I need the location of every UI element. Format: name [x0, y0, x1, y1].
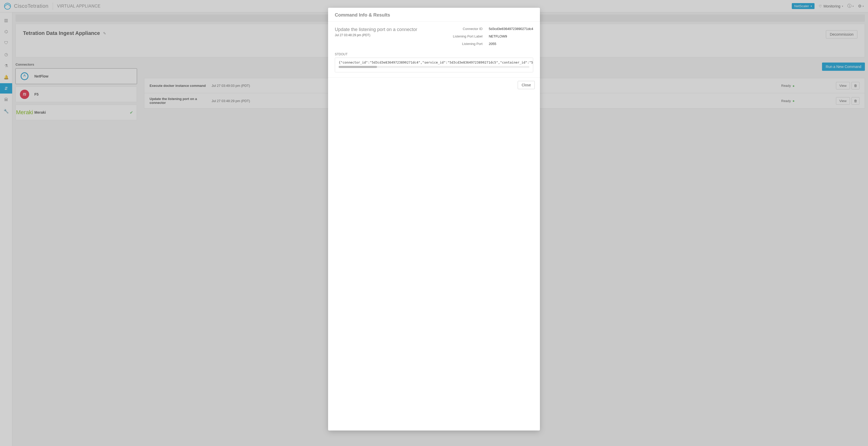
close-button[interactable]: Close	[518, 81, 535, 89]
modal-command-time: Jul 27 03:48:29 pm (PDT)	[335, 33, 442, 37]
kv-label: Listening Port Label	[453, 34, 483, 38]
kv-label: Connector ID	[453, 27, 483, 31]
modal-header: Command Info & Results	[328, 8, 540, 22]
modal-footer: Close	[328, 78, 540, 92]
modal-command-name: Update the listening port on a connector	[335, 27, 442, 32]
stdout-label: STDOUT	[335, 53, 533, 56]
kv-value: 5d3cd3e83649723890271dc4	[489, 27, 533, 31]
modal-overlay[interactable]: Command Info & Results Update the listen…	[0, 0, 868, 446]
stdout-content: {"connector_id":"5d3cd3e83649723890271dc…	[339, 60, 533, 64]
kv-value: NETFLOW9	[489, 34, 533, 38]
modal-kv-table: Connector ID 5d3cd3e83649723890271dc4 Li…	[453, 27, 533, 46]
kv-value: 2055	[489, 42, 533, 46]
kv-label: Listening Port	[453, 42, 483, 46]
modal-body: Update the listening port on a connector…	[328, 22, 540, 78]
stdout-box[interactable]: {"connector_id":"5d3cd3e83649723890271dc…	[335, 58, 533, 72]
scrollbar-track[interactable]	[339, 66, 529, 68]
command-results-modal: Command Info & Results Update the listen…	[328, 8, 540, 430]
scrollbar-thumb[interactable]	[339, 66, 377, 68]
modal-title: Command Info & Results	[335, 12, 533, 18]
